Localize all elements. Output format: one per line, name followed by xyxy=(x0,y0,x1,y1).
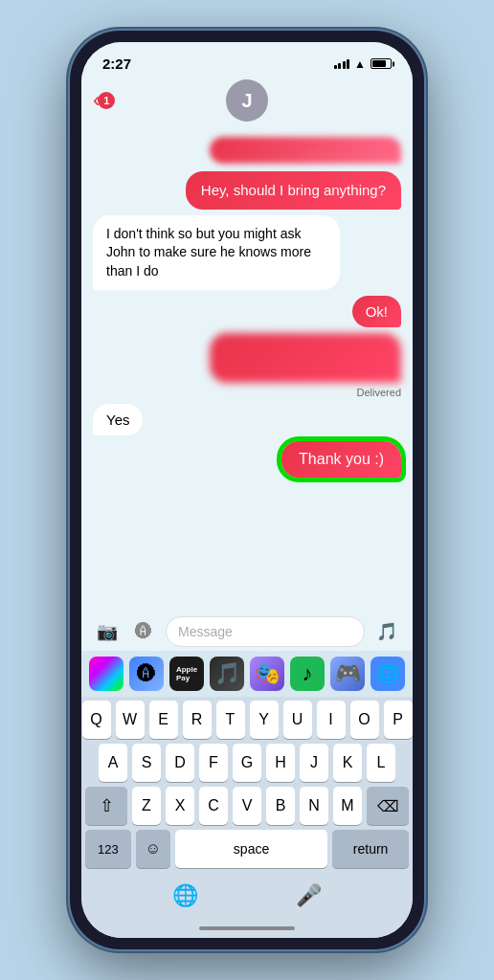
status-time: 2:27 xyxy=(102,56,131,72)
status-icons: ▲ xyxy=(334,57,392,71)
key-d[interactable]: D xyxy=(166,744,194,782)
message-input-field[interactable]: Message xyxy=(166,616,365,647)
keyboard-row-2: A S D F G H J K L xyxy=(85,744,409,782)
appstore-app-icon[interactable]: 🅐 xyxy=(129,657,164,691)
numbers-key[interactable]: 123 xyxy=(85,830,131,868)
battery-icon xyxy=(370,58,392,69)
key-g[interactable]: G xyxy=(233,744,261,782)
home-bar xyxy=(199,926,295,930)
key-y[interactable]: Y xyxy=(250,701,279,739)
message-bubble-2: Hey, should I bring anything? xyxy=(186,171,401,210)
spotify-app-icon[interactable]: ♪ xyxy=(290,657,325,691)
key-t[interactable]: T xyxy=(216,701,245,739)
key-o[interactable]: O xyxy=(350,701,379,739)
globe-app-icon[interactable]: 🌐 xyxy=(370,657,405,691)
message-bubble-5 xyxy=(210,333,401,383)
key-c[interactable]: C xyxy=(199,787,228,825)
message-bubble-3: I don't think so but you might ask John … xyxy=(93,215,340,291)
key-p[interactable]: P xyxy=(384,701,413,739)
applepay-app-icon[interactable]: ApplePay xyxy=(169,657,204,691)
keyboard-row-1: Q W E R T Y U I O P xyxy=(85,701,409,739)
notification-badge: 1 xyxy=(98,92,115,109)
key-j[interactable]: J xyxy=(300,744,328,782)
key-l[interactable]: L xyxy=(367,744,395,782)
key-h[interactable]: H xyxy=(266,744,295,782)
key-v[interactable]: V xyxy=(233,787,261,825)
return-key[interactable]: return xyxy=(332,830,409,868)
chat-area: Hey, should I bring anything? I don't th… xyxy=(81,129,413,611)
delete-key[interactable]: ⌫ xyxy=(367,787,409,825)
key-s[interactable]: S xyxy=(132,744,161,782)
key-a[interactable]: A xyxy=(99,744,127,782)
key-k[interactable]: K xyxy=(333,744,362,782)
space-key[interactable]: space xyxy=(175,830,327,868)
keyboard-bottom-bar: 🌐 🎤 xyxy=(85,873,409,923)
key-b[interactable]: B xyxy=(266,787,295,825)
home-indicator xyxy=(85,923,409,938)
back-button[interactable]: ‹ 1 xyxy=(93,88,115,113)
wifi-icon: ▲ xyxy=(354,57,366,71)
input-area: 📷 🅐 Message 🎵 xyxy=(81,611,413,651)
status-bar: 2:27 ▲ xyxy=(81,42,413,76)
key-u[interactable]: U xyxy=(283,701,312,739)
message-bubble-1 xyxy=(210,137,401,164)
message-bubble-thank-you: Thank you :) xyxy=(281,441,401,478)
shift-key[interactable]: ⇧ xyxy=(85,787,127,825)
phone-screen: 2:27 ▲ ‹ 1 J xyxy=(81,42,413,938)
emoji-key[interactable]: ☺ xyxy=(136,830,170,868)
delivered-label: Delivered xyxy=(357,387,401,398)
phone-frame: 2:27 ▲ ‹ 1 J xyxy=(70,31,424,949)
keyboard[interactable]: Q W E R T Y U I O P A S D F G H J K xyxy=(81,697,413,938)
key-w[interactable]: W xyxy=(116,701,145,739)
message-bubble-7: Yes xyxy=(93,404,143,435)
message-bubble-4: Ok! xyxy=(352,296,401,327)
key-x[interactable]: X xyxy=(166,787,194,825)
extra-app-icon[interactable]: 🎮 xyxy=(330,657,365,691)
nav-bar: ‹ 1 J xyxy=(81,76,413,129)
signal-icon xyxy=(334,59,350,69)
microphone-icon[interactable]: 🎤 xyxy=(292,879,326,913)
key-q[interactable]: Q xyxy=(82,701,111,739)
camera-icon[interactable]: 📷 xyxy=(93,617,122,646)
contact-avatar[interactable]: J xyxy=(226,79,268,122)
key-e[interactable]: E xyxy=(149,701,178,739)
appstore-icon[interactable]: 🅐 xyxy=(129,617,158,646)
photos-app-icon[interactable] xyxy=(89,657,124,691)
music-app-icon[interactable]: 🎵 xyxy=(210,657,244,691)
audio-record-icon[interactable]: 🎵 xyxy=(372,617,401,646)
key-f[interactable]: F xyxy=(199,744,228,782)
app-icons-row: 🅐 ApplePay 🎵 🎭 ♪ 🎮 🌐 xyxy=(81,651,413,697)
key-n[interactable]: N xyxy=(300,787,328,825)
key-i[interactable]: I xyxy=(317,701,346,739)
keyboard-row-4: 123 ☺ space return xyxy=(85,830,409,868)
key-m[interactable]: M xyxy=(333,787,362,825)
memoji-app-icon[interactable]: 🎭 xyxy=(250,657,284,691)
globe-icon[interactable]: 🌐 xyxy=(168,879,203,913)
key-z[interactable]: Z xyxy=(132,787,161,825)
key-r[interactable]: R xyxy=(183,701,212,739)
keyboard-row-3: ⇧ Z X C V B N M ⌫ xyxy=(85,787,409,825)
